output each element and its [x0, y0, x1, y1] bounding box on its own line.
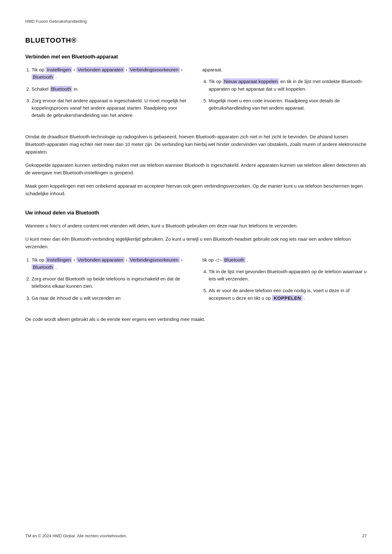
steps-right-2: tik op ◁ › Bluetooth . Tik in de lijst m…: [202, 256, 367, 306]
list-item: Ga naar de inhoud die u wilt verzenden e…: [32, 294, 190, 302]
list-item: Tik in de lijst met gevonden Bluetooth-a…: [209, 268, 367, 283]
highlight-bluetooth-1: Bluetooth: [32, 74, 54, 80]
step-right-continuation: apparaat.: [202, 66, 367, 73]
highlight-verbindingsvoorkeuren: Verbindingsvoorkeuren: [129, 67, 179, 73]
list-item: Mogelijk moet u een code invoeren. Raadp…: [209, 97, 367, 112]
highlight-bluetooth-3: Bluetooth: [32, 264, 54, 270]
body-paragraph-1: Omdat de draadloze Bluetooth-technologie…: [25, 133, 367, 156]
list-item: Tik op Nieuw apparaat koppelen en tik in…: [209, 78, 367, 93]
page: HMD Fusion Gebruikshandleiding BLUETOOTH…: [0, 0, 392, 554]
highlight-verbindingsvoorkeuren-2: Verbindingsvoorkeuren: [129, 257, 179, 263]
share-section: Uw inhoud delen via Bluetooth Wanneer u …: [25, 210, 367, 323]
highlight-verbonden: Verbonden apparaten: [76, 67, 124, 73]
list-item: Tik op Instellingen › Verbonden apparate…: [32, 66, 190, 81]
steps-left-1: Tik op Instellingen › Verbonden apparate…: [25, 66, 190, 123]
steps-section-1: Tik op Instellingen › Verbonden apparate…: [25, 66, 367, 123]
document-title: HMD Fusion Gebruikshandleiding: [25, 19, 87, 24]
section-title: BLUETOOTH®: [25, 36, 367, 45]
highlight-bluetooth-2: Bluetooth: [50, 86, 72, 92]
subsection1-title: Verbinden met een Bluetooth-apparaat: [25, 54, 367, 60]
steps-section-2: Tik op Instellingen › Verbonden apparate…: [25, 256, 367, 306]
share-intro-2: U kunt meer dan één Bluetooth-verbinding…: [25, 235, 367, 250]
highlight-bluetooth-4: Bluetooth: [223, 257, 245, 263]
steps-left-2: Tik op Instellingen › Verbonden apparate…: [25, 256, 190, 306]
step-right-continuation-2: tik op ◁ › Bluetooth .: [202, 256, 367, 263]
share-intro-1: Wanneer u foto's of andere content met v…: [25, 222, 367, 230]
subsection2-title: Uw inhoud delen via Bluetooth: [25, 210, 367, 216]
highlight-instellingen-2: Instellingen: [45, 257, 72, 263]
body-paragraph-3: Maak geen koppelingen met een onbekend a…: [25, 182, 367, 197]
highlight-instellingen: Instellingen: [45, 67, 72, 73]
list-item: Schakel Bluetooth in.: [32, 85, 190, 93]
footer: TM en © 2024 HMD Global. Alle rechten vo…: [25, 533, 367, 538]
page-number: 27: [362, 533, 367, 538]
list-item: Zorg ervoor dat het andere apparaat is i…: [32, 97, 190, 119]
highlight-nieuw-apparaat: Nieuw apparaat koppelen: [223, 78, 279, 84]
highlight-koppelen: KOPPELEN: [272, 295, 303, 301]
list-item: Als er voor de andere telefoon een code …: [209, 287, 367, 302]
highlight-verbonden-2: Verbonden apparaten: [76, 257, 124, 263]
steps-right-1: apparaat. Tik op Nieuw apparaat koppelen…: [202, 66, 367, 123]
list-item: Tik op Instellingen › Verbonden apparate…: [32, 256, 190, 271]
list-item: Zorg ervoor dat Bluetooth op beide telef…: [32, 275, 190, 290]
copyright-text: TM en © 2024 HMD Global. Alle rechten vo…: [25, 533, 127, 538]
share-note: De code wordt alleen gebruikt als u de e…: [25, 316, 367, 323]
page-header: HMD Fusion Gebruikshandleiding: [25, 19, 367, 24]
body-paragraph-2: Gekoppelde apparaten kunnen verbinding m…: [25, 161, 367, 177]
